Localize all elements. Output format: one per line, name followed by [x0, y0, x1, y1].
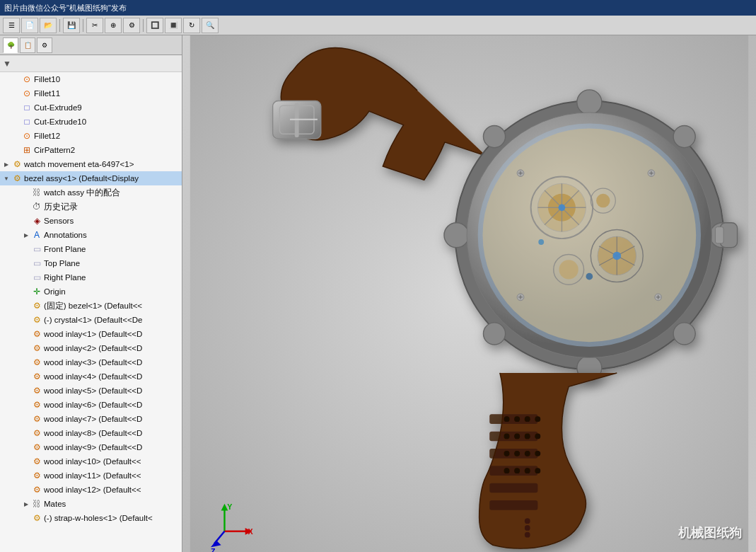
tree-item-fillet11[interactable]: ⊙Fillet11	[0, 86, 182, 100]
tree-arrow[interactable]	[11, 145, 21, 155]
tree-arrow[interactable]	[21, 244, 31, 254]
panel-tab-tree[interactable]: 🌳	[3, 38, 18, 53]
tree-item-history[interactable]: ⏱历史记录	[0, 200, 182, 214]
tree-item-wood-inlay3[interactable]: ⚙wood inlay<3> (Default<<D	[0, 355, 182, 369]
tree-icon-history: ⏱	[31, 201, 42, 212]
svg-point-16	[482, 128, 696, 342]
tree-arrow[interactable]	[21, 442, 31, 452]
toolbar-button-open[interactable]: 📂	[40, 18, 57, 33]
tree-arrow[interactable]	[21, 471, 31, 481]
toolbar-button-zoom[interactable]: 🔍	[202, 18, 219, 33]
tree-item-bezel1[interactable]: ⚙(固定) bezel<1> (Default<<	[0, 299, 182, 313]
toolbar-separator-3	[143, 19, 144, 32]
toolbar-button-rotate[interactable]: ↻	[183, 18, 200, 33]
tree-arrow[interactable]	[11, 74, 21, 84]
tree-arrow[interactable]	[21, 485, 31, 495]
tree-item-top-plane[interactable]: ▭Top Plane	[0, 256, 182, 270]
tree-item-fillet10[interactable]: ⊙Fillet10	[0, 72, 182, 86]
tree-arrow[interactable]	[21, 372, 31, 381]
tree-arrow[interactable]	[21, 343, 31, 353]
tree-arrow[interactable]	[11, 117, 21, 127]
tree-arrow[interactable]	[21, 357, 31, 367]
tree-item-cirpattern2[interactable]: ⊞CirPattern2	[0, 143, 182, 157]
tree-item-bezel-assy[interactable]: ▼⚙bezel assy<1> (Default<Display	[0, 171, 182, 185]
tree-arrow[interactable]	[21, 414, 31, 424]
toolbar-button-new[interactable]: 📄	[21, 18, 38, 33]
main-area: 🌳 📋 ⚙ ▼ ⊙Fillet10⊙Fillet11□Cut-Extrude9□…	[0, 35, 756, 552]
tree-icon-mate: ⛓	[31, 498, 42, 510]
tree-arrow[interactable]	[21, 216, 31, 226]
toolbar-button-view2[interactable]: 🔳	[165, 18, 182, 33]
svg-point-59	[525, 416, 530, 422]
tree-arrow[interactable]	[11, 131, 21, 141]
tree-icon-assy: ⚙	[11, 159, 23, 170]
tree-icon-wood: ⚙	[31, 328, 42, 340]
watermark: 机械图纸狗	[678, 524, 742, 541]
tree-item-cut-extrude9[interactable]: □Cut-Extrude9	[0, 100, 182, 115]
tree-item-wood-inlay4[interactable]: ⚙wood inlay<4> (Default<<D	[0, 369, 182, 384]
tree-arrow[interactable]: ▼	[1, 173, 11, 183]
tree-item-wood-inlay9[interactable]: ⚙wood inlay<9> (Default<<D	[0, 440, 182, 454]
tree-arrow[interactable]	[21, 386, 31, 396]
tree-item-wood-inlay11[interactable]: ⚙wood inlay<11> (Default<<	[0, 468, 182, 483]
tree-item-wood-inlay1[interactable]: ⚙wood inlay<1> (Default<<D	[0, 327, 182, 341]
tree-arrow[interactable]	[21, 428, 31, 438]
tree-arrow[interactable]	[21, 513, 31, 523]
tree-arrow[interactable]	[21, 202, 31, 212]
tree-item-crystal1[interactable]: ⚙(-) crystal<1> (Default<<De	[0, 313, 182, 327]
tree-arrow[interactable]	[21, 188, 31, 197]
tree-arrow[interactable]: ▶	[1, 159, 11, 169]
svg-rect-56	[489, 500, 537, 510]
tree-item-wood-inlay7[interactable]: ⚙wood inlay<7> (Default<<D	[0, 412, 182, 426]
tree-container[interactable]: ⊙Fillet10⊙Fillet11□Cut-Extrude9□Cut-Extr…	[0, 72, 182, 552]
tree-arrow[interactable]	[21, 301, 31, 311]
tree-arrow[interactable]	[21, 258, 31, 268]
tree-item-mates[interactable]: ▶⛓Mates	[0, 497, 182, 511]
tree-label: wood inlay<5> (Default<<D	[44, 386, 142, 395]
toolbar-button-add[interactable]: ⊕	[105, 18, 122, 33]
tree-item-wood-inlay2[interactable]: ⚙wood inlay<2> (Default<<D	[0, 341, 182, 355]
tree-item-wood-inlay10[interactable]: ⚙wood inlay<10> (Default<<	[0, 454, 182, 468]
tree-item-origin[interactable]: ✛Origin	[0, 284, 182, 299]
tree-item-wood-inlay12[interactable]: ⚙wood inlay<12> (Default<<	[0, 483, 182, 497]
tree-arrow[interactable]	[21, 287, 31, 297]
tree-item-sensors[interactable]: ◈Sensors	[0, 214, 182, 228]
tree-item-watch-movement[interactable]: ▶⚙watch movement eta-6497<1>	[0, 157, 182, 171]
svg-point-10	[483, 126, 505, 148]
panel-tab-config[interactable]: ⚙	[37, 38, 52, 53]
tree-label: wood inlay<3> (Default<<D	[44, 358, 142, 367]
svg-point-72	[535, 468, 540, 473]
tree-item-cut-extrude10[interactable]: □Cut-Extrude10	[0, 115, 182, 129]
panel-tab-props[interactable]: 📋	[20, 38, 35, 53]
tree-item-fillet12[interactable]: ⊙Fillet12	[0, 129, 182, 143]
tree-item-wood-inlay6[interactable]: ⚙wood inlay<6> (Default<<D	[0, 398, 182, 412]
tree-item-wood-inlay5[interactable]: ⚙wood inlay<5> (Default<<D	[0, 384, 182, 398]
tree-arrow[interactable]	[21, 272, 31, 282]
toolbar-button-save[interactable]: 💾	[63, 18, 80, 33]
viewport[interactable]: Y X Z 机械图纸狗	[182, 35, 756, 552]
toolbar-button-view1[interactable]: 🔲	[146, 18, 163, 33]
tree-icon-assy: ⚙	[11, 173, 23, 184]
tree-label: watch movement eta-6497<1>	[24, 160, 134, 168]
toolbar-button-cut[interactable]: ✂	[86, 18, 103, 33]
tree-arrow[interactable]	[21, 329, 31, 339]
tree-item-right-plane[interactable]: ▭Right Plane	[0, 270, 182, 284]
tree-item-wood-inlay8[interactable]: ⚙wood inlay<8> (Default<<D	[0, 426, 182, 440]
tree-arrow[interactable]	[21, 400, 31, 410]
tree-arrow[interactable]	[11, 88, 21, 98]
toolbar-button-menu[interactable]: ☰	[3, 18, 20, 33]
tree-item-watch-assy-mate[interactable]: ⛓watch assy 中的配合	[0, 185, 182, 200]
svg-point-8	[444, 223, 469, 248]
tree-item-annotations[interactable]: ▶AAnnotations	[0, 228, 182, 242]
tree-arrow[interactable]	[21, 456, 31, 466]
tree-icon-cut: □	[21, 102, 33, 113]
svg-rect-55	[489, 483, 537, 493]
tree-item-strap-w-holes[interactable]: ⚙(-) strap-w-holes<1> (Default<	[0, 511, 182, 525]
tree-arrow[interactable]: ▶	[21, 499, 31, 509]
tree-item-front-plane[interactable]: ▭Front Plane	[0, 242, 182, 256]
toolbar-button-settings[interactable]: ⚙	[123, 18, 140, 33]
svg-point-71	[525, 468, 530, 473]
tree-arrow[interactable]	[11, 103, 21, 113]
tree-arrow[interactable]: ▶	[21, 230, 31, 240]
tree-arrow[interactable]	[21, 315, 31, 325]
